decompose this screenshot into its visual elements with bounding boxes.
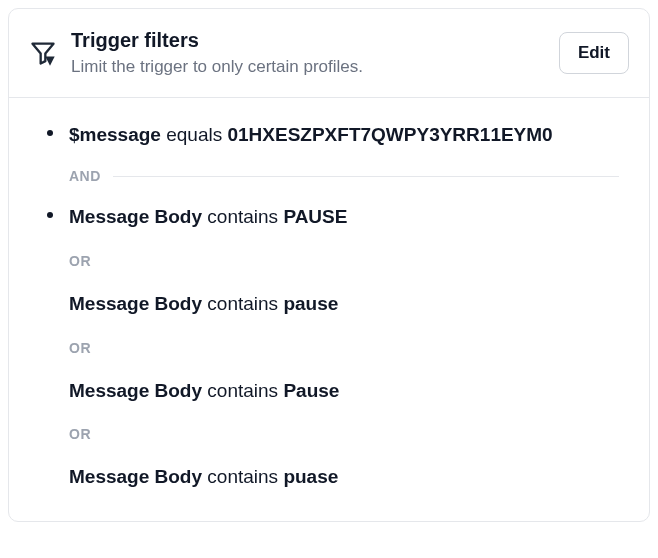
card-header: Trigger filters Limit the trigger to onl… (9, 9, 649, 98)
condition-field: Message Body (69, 206, 202, 227)
svg-marker-1 (45, 56, 54, 65)
condition-value: 01HXESZPXFT7QWPY3YRR11EYM0 (227, 124, 552, 145)
condition-operator: contains (207, 380, 278, 401)
condition-operator: equals (166, 124, 222, 145)
condition: Message Body contains Pause (69, 378, 619, 405)
condition-field: Message Body (69, 293, 202, 314)
filter-group-2: Message Body contains PAUSE (39, 204, 619, 231)
condition-field: Message Body (69, 466, 202, 487)
filters-body: $message equals 01HXESZPXFT7QWPY3YRR11EY… (9, 98, 649, 521)
card-title: Trigger filters (71, 27, 545, 53)
filter-icon (29, 39, 57, 67)
bullet-icon (47, 212, 53, 218)
connector-line (113, 176, 619, 177)
condition: Message Body contains pause (69, 291, 619, 318)
connector-or: OR (69, 426, 619, 442)
filter-group-1: $message equals 01HXESZPXFT7QWPY3YRR11EY… (39, 122, 619, 149)
condition: Message Body contains PAUSE (69, 204, 619, 231)
condition-value: puase (283, 466, 338, 487)
connector-label: AND (69, 168, 101, 184)
bullet-icon (47, 130, 53, 136)
condition-value: pause (283, 293, 338, 314)
filter-group-2-subconditions: OR Message Body contains pause OR Messag… (39, 253, 619, 491)
trigger-filters-card: Trigger filters Limit the trigger to onl… (8, 8, 650, 522)
header-text: Trigger filters Limit the trigger to onl… (71, 27, 545, 79)
condition: $message equals 01HXESZPXFT7QWPY3YRR11EY… (69, 122, 619, 149)
edit-button[interactable]: Edit (559, 32, 629, 74)
condition-value: Pause (283, 380, 339, 401)
condition-value: PAUSE (283, 206, 347, 227)
condition-operator: contains (207, 293, 278, 314)
condition-field: Message Body (69, 380, 202, 401)
condition-operator: contains (207, 466, 278, 487)
condition-operator: contains (207, 206, 278, 227)
condition: Message Body contains puase (69, 464, 619, 491)
connector-and: AND (69, 168, 619, 184)
connector-or: OR (69, 340, 619, 356)
connector-or: OR (69, 253, 619, 269)
card-subtitle: Limit the trigger to only certain profil… (71, 55, 545, 79)
condition-field: $message (69, 124, 161, 145)
